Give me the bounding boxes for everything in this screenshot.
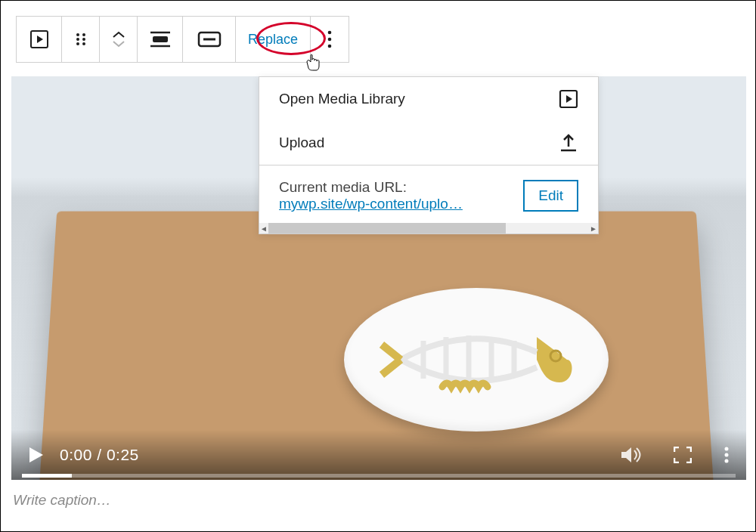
drag-handle[interactable]: [62, 17, 100, 62]
replace-dropdown: Open Media Library Upload Current media …: [259, 76, 599, 234]
embed-icon: [197, 30, 222, 48]
svg-point-24: [328, 31, 332, 35]
svg-point-10: [725, 459, 729, 463]
svg-point-16: [82, 38, 85, 41]
block-toolbar: Replace: [16, 16, 349, 63]
svg-point-15: [76, 38, 79, 41]
replace-button[interactable]: Replace: [236, 17, 311, 62]
block-type-button[interactable]: [17, 17, 62, 62]
svg-point-8: [725, 447, 729, 451]
time-current: 0:00: [60, 446, 92, 463]
svg-point-18: [82, 42, 85, 45]
move-buttons: [100, 17, 138, 62]
more-button[interactable]: [311, 17, 349, 62]
edit-url-button[interactable]: Edit: [523, 180, 578, 212]
open-media-library-item[interactable]: Open Media Library: [259, 77, 598, 121]
video-block-icon: [29, 29, 50, 50]
scroll-thumb[interactable]: [268, 223, 506, 234]
video-progress-bar[interactable]: [22, 474, 736, 478]
svg-point-17: [76, 42, 79, 45]
scroll-left-arrow[interactable]: ◄: [259, 224, 268, 233]
svg-marker-28: [566, 95, 572, 103]
scroll-track[interactable]: [268, 223, 589, 234]
video-progress-played: [22, 474, 72, 478]
upload-icon: [559, 133, 578, 153]
open-media-label: Open Media Library: [279, 91, 405, 107]
play-icon[interactable]: [28, 446, 45, 464]
media-library-icon: [559, 89, 578, 109]
move-down-icon[interactable]: [112, 40, 125, 48]
svg-point-25: [328, 38, 332, 42]
caption-input[interactable]: Write caption…: [13, 492, 111, 509]
current-url-row: Current media URL: mywp.site/wp-content/…: [259, 165, 598, 223]
svg-marker-7: [621, 447, 631, 462]
drag-icon: [73, 32, 88, 47]
svg-marker-6: [29, 447, 43, 462]
time-separator: /: [92, 446, 107, 463]
move-up-icon[interactable]: [112, 31, 125, 39]
current-url-link[interactable]: mywp.site/wp-content/uplo…: [279, 196, 463, 212]
video-time: 0:00 / 0:25: [60, 446, 139, 464]
fullscreen-icon[interactable]: [674, 447, 692, 463]
svg-marker-12: [37, 36, 43, 43]
more-options-icon[interactable]: [723, 446, 730, 464]
time-total: 0:25: [107, 446, 139, 463]
current-url-label: Current media URL:: [279, 179, 463, 196]
kebab-icon: [327, 29, 333, 49]
replace-label: Replace: [248, 32, 298, 48]
align-icon: [149, 30, 172, 48]
dropdown-scrollbar[interactable]: ◄ ►: [259, 223, 598, 234]
svg-point-13: [76, 33, 79, 36]
svg-point-14: [82, 33, 85, 36]
video-controls: 0:00 / 0:25: [11, 430, 746, 480]
align-button[interactable]: [138, 17, 183, 62]
fish-bone-decoration: [370, 314, 582, 405]
embed-button[interactable]: [183, 17, 236, 62]
upload-label: Upload: [279, 135, 324, 151]
svg-point-26: [328, 45, 332, 48]
upload-item[interactable]: Upload: [259, 121, 598, 165]
scroll-right-arrow[interactable]: ►: [589, 224, 598, 233]
video-thumbnail-plate: [344, 288, 609, 431]
svg-rect-20: [153, 36, 168, 42]
volume-icon[interactable]: [621, 446, 642, 464]
svg-point-9: [725, 453, 729, 457]
